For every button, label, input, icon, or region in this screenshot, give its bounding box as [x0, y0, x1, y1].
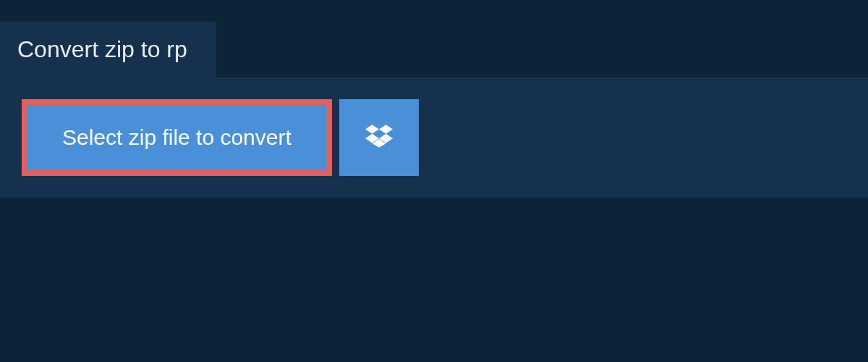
button-row: Select zip file to convert — [22, 99, 846, 176]
select-file-button[interactable]: Select zip file to convert — [22, 99, 332, 176]
dropbox-icon — [365, 122, 393, 153]
select-file-label: Select zip file to convert — [62, 125, 292, 150]
dropbox-button[interactable] — [339, 99, 419, 176]
page-title: Convert zip to rp — [17, 36, 187, 62]
converter-panel: Select zip file to convert — [0, 77, 868, 198]
page-title-tab: Convert zip to rp — [0, 22, 216, 77]
